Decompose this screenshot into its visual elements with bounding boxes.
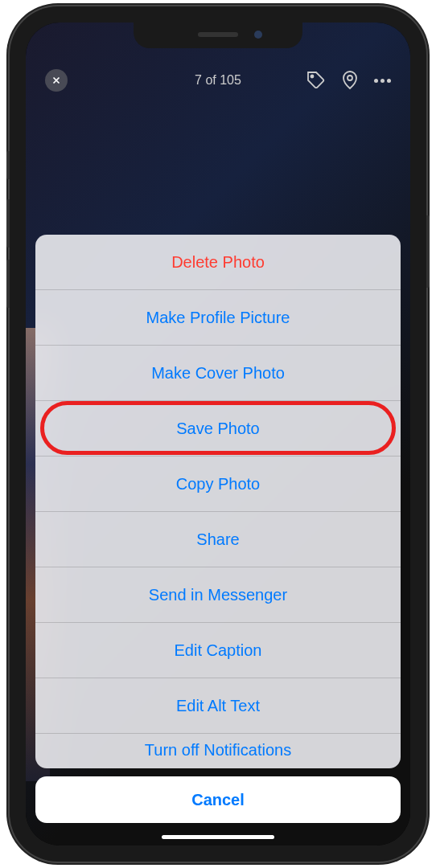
camera-sensor xyxy=(254,31,262,39)
svg-point-2 xyxy=(348,76,352,80)
edit-alt-text-label: Edit Alt Text xyxy=(176,697,260,715)
speaker xyxy=(198,32,238,37)
save-photo-button[interactable]: Save Photo xyxy=(35,401,401,457)
close-icon xyxy=(51,75,62,86)
delete-photo-label: Delete Photo xyxy=(171,253,265,272)
notch xyxy=(134,23,302,48)
send-in-messenger-label: Send in Messenger xyxy=(149,586,287,604)
share-label: Share xyxy=(196,530,239,549)
make-profile-picture-label: Make Profile Picture xyxy=(146,309,290,327)
edit-caption-button[interactable]: Edit Caption xyxy=(35,623,401,678)
edit-caption-label: Edit Caption xyxy=(175,641,262,660)
cancel-button[interactable]: Cancel xyxy=(35,776,401,823)
photo-viewer-header: 7 of 105 xyxy=(26,63,410,98)
silent-switch xyxy=(6,151,10,179)
home-indicator[interactable] xyxy=(162,835,274,839)
more-options-button[interactable] xyxy=(374,79,391,83)
make-profile-picture-button[interactable]: Make Profile Picture xyxy=(35,290,401,346)
volume-up-button xyxy=(6,199,10,248)
photo-counter: 7 of 105 xyxy=(195,73,241,88)
volume-down-button xyxy=(6,260,10,308)
send-in-messenger-button[interactable]: Send in Messenger xyxy=(35,567,401,623)
screen: Tania Kaqui 7 of 105 xyxy=(26,23,410,845)
header-actions xyxy=(306,71,391,90)
cancel-label: Cancel xyxy=(191,791,245,809)
phone-frame: Tania Kaqui 7 of 105 xyxy=(10,6,426,862)
power-button xyxy=(426,215,430,288)
save-photo-label: Save Photo xyxy=(176,420,259,438)
make-cover-photo-label: Make Cover Photo xyxy=(151,364,285,383)
action-sheet-container: Delete Photo Make Profile Picture Make C… xyxy=(35,235,401,823)
action-sheet: Delete Photo Make Profile Picture Make C… xyxy=(35,235,401,768)
tag-icon[interactable] xyxy=(306,71,326,90)
location-icon[interactable] xyxy=(340,71,360,90)
turn-off-notifications-button[interactable]: Turn off Notifications xyxy=(35,734,401,766)
svg-point-1 xyxy=(311,76,314,78)
copy-photo-button[interactable]: Copy Photo xyxy=(35,457,401,512)
delete-photo-button[interactable]: Delete Photo xyxy=(35,235,401,290)
make-cover-photo-button[interactable]: Make Cover Photo xyxy=(35,346,401,401)
share-button[interactable]: Share xyxy=(35,512,401,567)
close-button[interactable] xyxy=(45,69,68,92)
edit-alt-text-button[interactable]: Edit Alt Text xyxy=(35,678,401,734)
copy-photo-label: Copy Photo xyxy=(176,475,261,493)
turn-off-notifications-label: Turn off Notifications xyxy=(145,741,291,760)
